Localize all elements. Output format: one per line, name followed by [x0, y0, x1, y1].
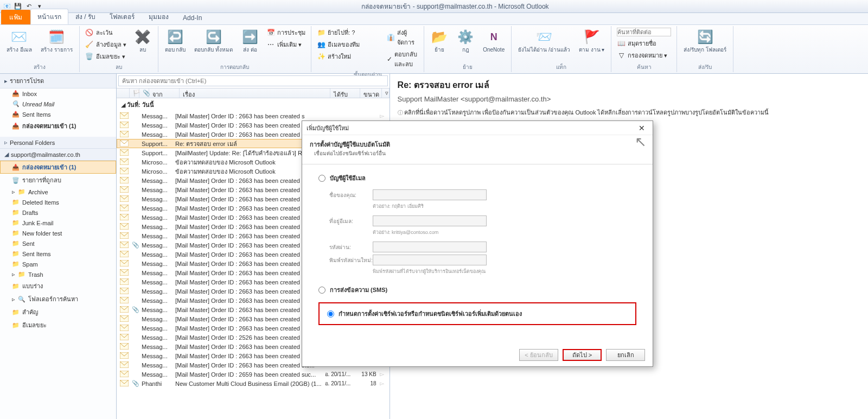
reading-infobar[interactable]: ⓘ คลิกที่นี่เพื่อดาวน์โหลดรูปภาพ เพื่อป้…	[398, 107, 860, 117]
row-from: Messag...	[142, 196, 172, 202]
col-attach[interactable]: 📎	[139, 88, 149, 98]
nav-deleted[interactable]: 📁Deleted Items	[0, 197, 116, 207]
unread-button[interactable]: 📨ยังไม่ได้อ่าน /อ่านแล้ว	[515, 27, 573, 54]
envelope-icon	[120, 195, 129, 203]
row-from: Messag...	[142, 362, 172, 369]
nav-outbox[interactable]: 📁แบบร่าง	[0, 280, 116, 293]
nav-personal-header[interactable]: ▹ Personal Folders	[0, 137, 116, 149]
col-icon[interactable]	[117, 88, 130, 98]
flag-icon[interactable]: ▻	[380, 112, 386, 119]
tab-view[interactable]: มุมมอง	[142, 9, 176, 24]
dialog-heading: การตั้งค่าบัญชีผู้ใช้แบบอัตโนมัติ	[310, 141, 390, 148]
add-account-dialog: เพิ่มบัญชีผู้ใช้ใหม่ ✕ การตั้งค่าบัญชีผู…	[302, 120, 653, 367]
followup-button[interactable]: 🚩ตาม งาน ▾	[576, 27, 608, 54]
delete-button[interactable]: ✖️ลบ	[131, 27, 155, 54]
respond-more-button[interactable]: ⋯เพิ่มเติม ▾	[264, 39, 304, 50]
nav-deleted-folder[interactable]: 🗑️รายการที่ถูกลบ	[0, 174, 116, 187]
quickstep-teammail[interactable]: 👥อีเมลของทีม	[315, 39, 362, 50]
radio-email-account[interactable]: บัญชีผู้ใช้อีเมล	[318, 173, 636, 183]
message-row[interactable]: Messag...[Mail Master] Order ID : 2663 h…	[117, 111, 390, 120]
radio-manual-input[interactable]	[327, 310, 334, 318]
new-mail-button[interactable]: ✉️สร้าง อีเมล	[3, 27, 35, 54]
forward-button[interactable]: ➡️ส่ง ต่อ	[238, 27, 262, 54]
quickstep-done[interactable]: ✓ตอบกลับและลบ	[385, 49, 420, 69]
col-flag2[interactable]: ▿	[382, 88, 390, 98]
col-flag[interactable]: 🏳️	[130, 88, 139, 98]
col-subject[interactable]: เรื่อง	[180, 88, 330, 98]
nav-drafts[interactable]: 📁Drafts	[0, 207, 116, 218]
cleanup-button[interactable]: 🧹ล้างข้อมูล ▾	[83, 39, 129, 50]
meeting-button[interactable]: 📅การประชุม	[264, 27, 308, 38]
message-row[interactable]: 📎PhanthiNew Customer Multi Cloud Busines…	[117, 379, 390, 388]
group-sendrecv-label: ส่ง/รับ	[680, 62, 730, 72]
address-book-button[interactable]: 📖สมุดรายชื่อ	[615, 38, 659, 49]
search-input[interactable]	[118, 75, 388, 86]
nav-inbox-th[interactable]: 📥กล่องจดหมายเข้า (1)	[0, 119, 116, 132]
new-items-button[interactable]: 🗓️สร้าง รายการ	[37, 27, 76, 54]
row-from: Messag...	[142, 187, 172, 193]
reply-button[interactable]: ↩️ตอบ กลับ	[162, 27, 189, 54]
password-label: รหัสผ่าน:	[329, 243, 373, 251]
quickstep-boss[interactable]: 👔ส่งผู้จัดการ	[385, 27, 420, 48]
nav-junkmail[interactable]: 📁อีเมลขยะ	[0, 319, 116, 332]
nav-account-header[interactable]: ◢ support@mailmaster.co.th	[0, 149, 116, 161]
col-from[interactable]: จาก	[149, 88, 180, 98]
email-label: ที่อยู่อีเมล:	[329, 217, 373, 225]
close-icon[interactable]: ✕	[635, 124, 648, 132]
flag-icon[interactable]: ▻	[380, 371, 386, 378]
nav-important[interactable]: 📁สำคัญ	[0, 306, 116, 319]
row-subject: [Mail Master] Order ID : 2663 has been c…	[175, 288, 322, 295]
nav-favorites-header[interactable]: ▸ รายการโปรด	[0, 74, 116, 88]
flag-icon[interactable]: ▻	[380, 380, 386, 387]
radio-sms-input[interactable]	[318, 287, 326, 294]
junk-button[interactable]: 🗑️อีเมลขยะ ▾	[83, 51, 127, 62]
message-row[interactable]: Messag...[Mail Master] Order ID : 2659 h…	[117, 370, 390, 379]
nav-unread[interactable]: 🔍Unread Mail	[0, 99, 116, 109]
filter-mail-button[interactable]: ▽กรองจดหมาย ▾	[615, 50, 669, 61]
send-receive-all-button[interactable]: 🔄ส่ง/รับทุก โฟลเดอร์	[680, 27, 730, 54]
envelope-icon	[120, 325, 129, 332]
nav-sentitems2[interactable]: 📁Sent Items	[0, 249, 116, 259]
cancel-button[interactable]: ยกเลิก	[606, 349, 645, 361]
reply-all-button[interactable]: ↪️ตอบกลับ ทั้งหมด	[191, 27, 236, 54]
row-subject: [Mail Master] Order ID : 2663 has been c…	[175, 177, 322, 184]
row-subject: [MailMaster] Update: Re: [ได้รับคำร้องขอ…	[175, 148, 322, 158]
find-contact-input[interactable]	[615, 27, 673, 37]
row-date: อ. 20/11/...	[325, 379, 355, 388]
tab-send-receive[interactable]: ส่ง / รับ	[68, 9, 103, 24]
row-from: Support...	[142, 150, 172, 156]
nav-sent-items[interactable]: 📤Sent Items	[0, 109, 116, 119]
nav-search-folders[interactable]: ▹ 🔍โฟลเดอร์การค้นหา	[0, 293, 116, 306]
nav-inbox[interactable]: 📥Inbox	[0, 88, 116, 99]
col-received[interactable]: ได้รับ	[330, 88, 360, 98]
quickstep-create[interactable]: ✨สร้างใหม่	[315, 51, 353, 62]
rules-button[interactable]: ⚙️กฎ	[454, 27, 477, 54]
envelope-icon	[120, 223, 129, 231]
radio-manual[interactable]: กำหนดการตั้งค่าเซิร์ฟเวอร์หรือกำหนดชนิดเ…	[327, 309, 628, 319]
nav-trash[interactable]: ▹ 📁Trash	[0, 269, 116, 280]
nav-newfolder[interactable]: 📁New folder test	[0, 228, 116, 238]
move-button[interactable]: 📂ย้าย	[427, 27, 451, 54]
nav-junk[interactable]: 📁Junk E-mail	[0, 218, 116, 228]
row-subject: ข้อความทดสอบของ Microsoft Outlook	[175, 157, 322, 167]
nav-archive[interactable]: ▹ 📁Archive	[0, 187, 116, 197]
nav-inbox2[interactable]: 📥กล่องจดหมายเข้า (1)	[0, 161, 116, 174]
tab-file[interactable]: แฟ้ม	[1, 10, 30, 24]
tab-folder[interactable]: โฟลเดอร์	[103, 9, 142, 24]
onenote-button[interactable]: NOneNote	[480, 27, 508, 54]
tab-addin[interactable]: Add-In	[176, 11, 209, 24]
col-size[interactable]: ขนาด	[360, 88, 382, 98]
quickstep-moveto[interactable]: 📁ย้ายไปที่: ?	[315, 27, 357, 38]
row-subject: [Mail Master] Order ID : 2663 has been c…	[175, 344, 322, 350]
group-today[interactable]: ◢ วันที่: วันนี้	[117, 98, 390, 111]
radio-email-input[interactable]	[318, 175, 326, 182]
tab-home[interactable]: หน้าแรก	[30, 9, 68, 24]
radio-sms[interactable]: การส่งข้อความ (SMS)	[318, 285, 636, 295]
row-from: Messag...	[142, 371, 172, 378]
row-date: อ. 20/11/...	[325, 370, 355, 378]
next-button[interactable]: ถัดไป >	[563, 349, 602, 361]
nav-sent[interactable]: 📁Sent	[0, 238, 116, 249]
ignore-button[interactable]: 🚫ละเว้น	[83, 27, 115, 38]
envelope-icon	[120, 186, 129, 194]
nav-spam[interactable]: 📁Spam	[0, 259, 116, 269]
